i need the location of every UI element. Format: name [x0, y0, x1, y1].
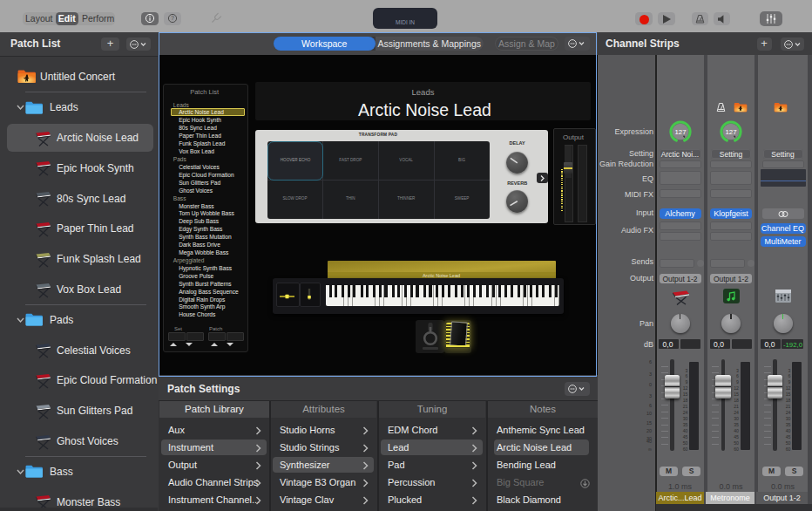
svg-text:127: 127 [725, 128, 736, 136]
svg-text:127: 127 [674, 128, 686, 136]
svg-text:?: ? [171, 15, 174, 21]
